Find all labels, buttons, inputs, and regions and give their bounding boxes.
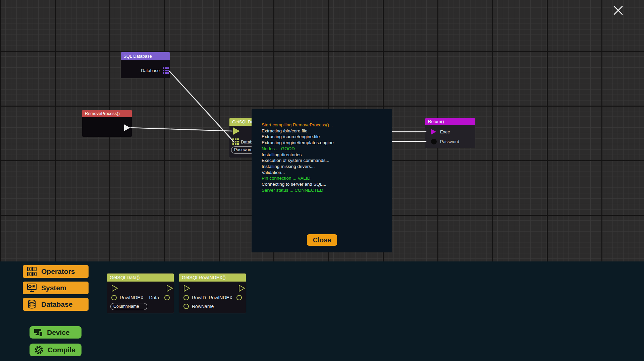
wire-exec bbox=[131, 128, 232, 131]
output-pin-label: RowINDEX bbox=[209, 295, 232, 300]
blueprint-editor: SQL Database Database RemoveProcess() Ge… bbox=[0, 0, 644, 361]
output-pin-label: Data bbox=[149, 295, 159, 300]
compile-label: Compile bbox=[48, 346, 75, 354]
system-label: System bbox=[41, 284, 66, 292]
log-line: Start compiling RemoveProcess()... bbox=[262, 122, 334, 128]
exec-pin-icon[interactable] bbox=[183, 285, 191, 292]
log-line: Server status ... CONNECTED bbox=[262, 187, 334, 193]
password-pin-icon[interactable] bbox=[431, 139, 437, 144]
close-icon[interactable] bbox=[613, 5, 623, 15]
log-line: Installing directories bbox=[262, 152, 334, 158]
operators-button[interactable]: Operators bbox=[23, 265, 89, 278]
grid-pin-icon[interactable] bbox=[232, 138, 239, 145]
operators-icon bbox=[27, 266, 37, 277]
log-line: Validation... bbox=[262, 170, 334, 176]
exec-pin-icon[interactable] bbox=[238, 285, 246, 292]
log-line: Extracting /bin/core.file bbox=[262, 128, 334, 134]
node-title: GetSQLRowINDEX() bbox=[179, 274, 246, 282]
device-button[interactable]: Device bbox=[30, 326, 82, 339]
exec-pin-icon[interactable] bbox=[111, 285, 118, 292]
template-node-getsqlrowindex[interactable]: GetSQLRowINDEX() RowID RowINDEX RowName bbox=[179, 273, 246, 313]
output-pin-icon[interactable] bbox=[236, 295, 242, 300]
exec-pin-label: Exec bbox=[440, 129, 450, 134]
node-remove-process[interactable]: RemoveProcess() bbox=[82, 110, 132, 137]
password-pin-label: Password bbox=[440, 139, 459, 144]
system-icon bbox=[27, 283, 37, 293]
compile-icon bbox=[34, 345, 44, 355]
device-icon bbox=[34, 328, 43, 337]
compile-log-modal: Start compiling RemoveProcess()... Extra… bbox=[252, 109, 392, 252]
output-pin-icon[interactable] bbox=[164, 295, 170, 300]
exec-pin-icon[interactable] bbox=[233, 127, 240, 135]
log-line: Connecting to server and SQL... bbox=[262, 181, 334, 187]
database-label: Database bbox=[41, 300, 72, 308]
log-line: Pin connection ... VALID bbox=[262, 175, 334, 181]
compile-button[interactable]: Compile bbox=[30, 344, 82, 356]
device-label: Device bbox=[47, 328, 70, 337]
operators-label: Operators bbox=[41, 267, 75, 276]
bottom-palette: Operators System bbox=[0, 261, 644, 361]
columnname-field[interactable]: ColumnName bbox=[110, 303, 147, 310]
output-pin-label: Database bbox=[141, 68, 160, 73]
log-line: Nodes ... GOOD bbox=[262, 146, 334, 152]
log-line: Extracting /source/engine.file bbox=[262, 134, 334, 140]
database-button[interactable]: Database bbox=[23, 298, 89, 311]
database-icon bbox=[27, 299, 37, 309]
node-title: GetSQLData() bbox=[107, 274, 174, 282]
log-line: Extracting /engine/templates.engine bbox=[262, 140, 334, 146]
node-return[interactable]: Return() Exec Password bbox=[425, 118, 475, 148]
node-title: SQL Database bbox=[121, 52, 170, 60]
input-pin-label: RowName bbox=[192, 304, 214, 309]
log-line: Installing missing drivers... bbox=[262, 164, 334, 170]
compile-log: Start compiling RemoveProcess()... Extra… bbox=[262, 122, 334, 193]
close-button[interactable]: Close bbox=[307, 234, 337, 246]
node-title: RemoveProcess() bbox=[82, 110, 132, 117]
node-sql-database[interactable]: SQL Database Database bbox=[121, 52, 170, 78]
input-pin-label: RowID bbox=[192, 295, 206, 300]
input-pin-icon[interactable] bbox=[111, 295, 117, 300]
system-button[interactable]: System bbox=[23, 282, 89, 294]
grid-pin-icon[interactable] bbox=[163, 67, 169, 74]
input-pin-icon[interactable] bbox=[183, 304, 189, 309]
wire-database bbox=[169, 71, 234, 142]
template-node-getsqldata[interactable]: GetSQLData() RowINDEX Data ColumnName bbox=[107, 273, 174, 313]
input-pin-label: RowINDEX bbox=[120, 295, 144, 300]
exec-pin-icon[interactable] bbox=[124, 124, 130, 131]
input-pin-icon[interactable] bbox=[183, 295, 189, 300]
exec-pin-icon[interactable] bbox=[431, 129, 436, 135]
exec-pin-icon[interactable] bbox=[166, 285, 173, 292]
node-title: Return() bbox=[425, 118, 475, 125]
log-line: Execution of system commands... bbox=[262, 158, 334, 164]
